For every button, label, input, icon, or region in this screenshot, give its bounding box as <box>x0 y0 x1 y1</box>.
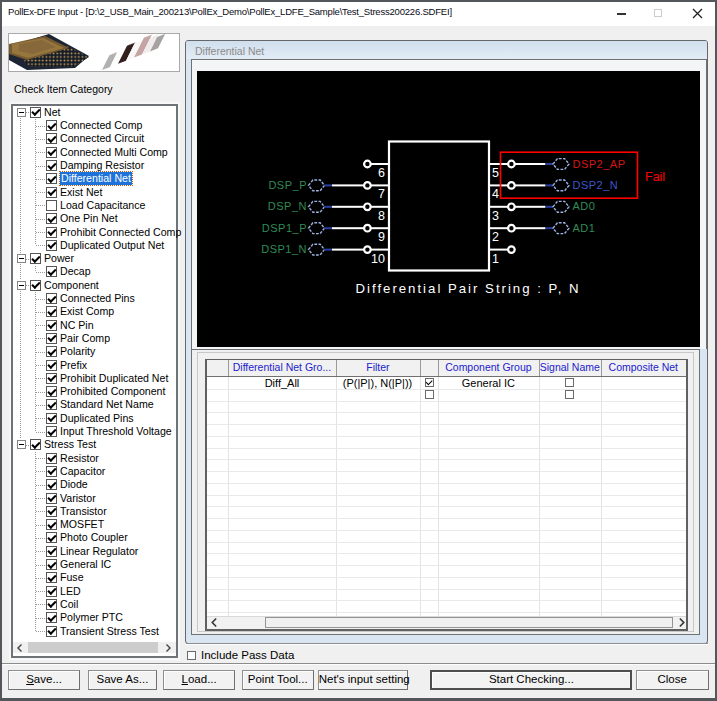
svg-text:4: 4 <box>492 187 499 201</box>
svg-text:10: 10 <box>371 252 385 266</box>
svg-text:DSP2_AP: DSP2_AP <box>573 158 626 170</box>
svg-text:6: 6 <box>378 166 385 180</box>
svg-text:DSP_N: DSP_N <box>268 200 307 212</box>
svg-text:2: 2 <box>492 230 499 244</box>
svg-text:Fail: Fail <box>645 170 665 184</box>
svg-text:1: 1 <box>492 252 499 266</box>
svg-text:DSP1_N: DSP1_N <box>261 243 307 255</box>
svg-text:DSP1_P: DSP1_P <box>262 222 307 234</box>
svg-text:7: 7 <box>378 187 385 201</box>
svg-text:Differential Pair String : P,: Differential Pair String : P, N <box>356 281 581 296</box>
svg-text:DSP2_N: DSP2_N <box>573 179 619 191</box>
svg-text:9: 9 <box>378 230 385 244</box>
svg-text:5: 5 <box>492 166 499 180</box>
svg-text:3: 3 <box>492 209 499 223</box>
svg-text:AD0: AD0 <box>573 200 596 212</box>
svg-text:8: 8 <box>378 209 385 223</box>
svg-text:DSP_P: DSP_P <box>268 179 307 191</box>
svg-text:AD1: AD1 <box>573 222 596 234</box>
